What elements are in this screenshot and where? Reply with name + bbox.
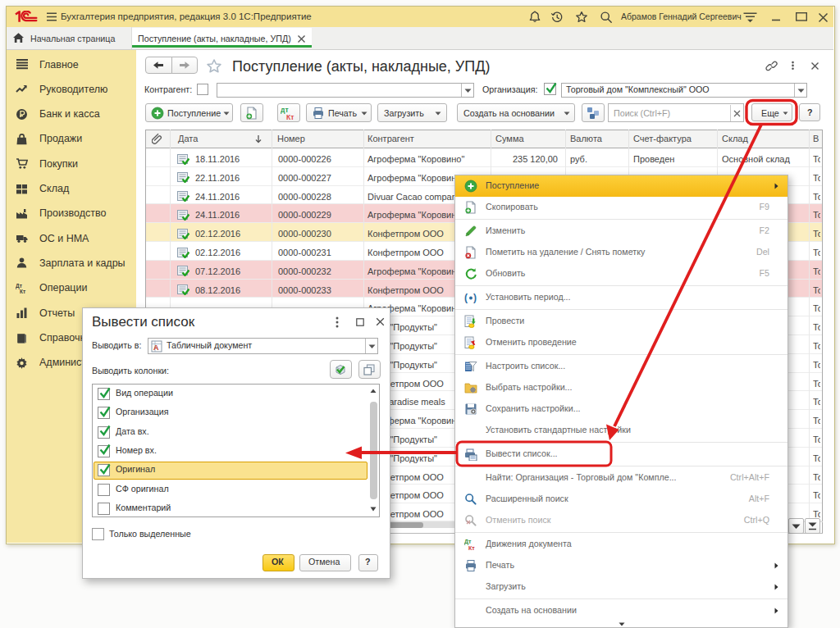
- svg-text:Кт: Кт: [20, 289, 25, 294]
- svg-text:Дт: Дт: [464, 539, 472, 545]
- svg-text:Кт: Кт: [286, 113, 294, 121]
- svg-text:A: A: [153, 344, 159, 352]
- svg-text:(: (: [464, 292, 468, 303]
- svg-text:): ): [473, 292, 477, 303]
- svg-text:Кт: Кт: [468, 545, 475, 551]
